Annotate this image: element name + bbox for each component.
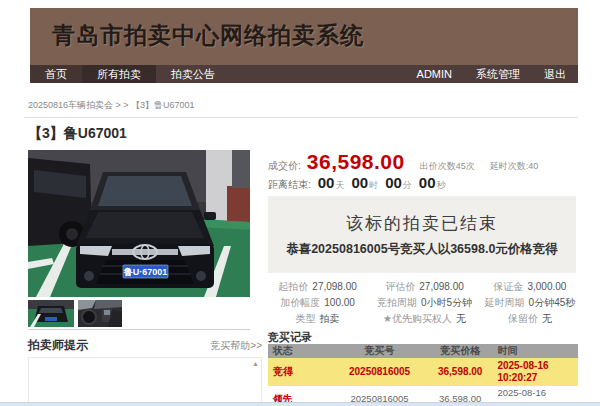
detail-type: 类型拍卖 (268, 312, 367, 328)
bid-bidder: 20250816005 (336, 366, 423, 378)
delay-count: 延时次数:40 (490, 160, 539, 173)
nav-system-management[interactable]: 系统管理 (464, 65, 532, 83)
nav-spacer (230, 65, 405, 83)
countdown-minutes-unit: 分 (403, 179, 412, 192)
left-column: 鲁U·67001 (28, 150, 262, 406)
main-nav: 首页 所有拍卖 拍卖公告 ADMIN 系统管理 退出 (30, 65, 578, 83)
header-bidder: 竞买号 (336, 344, 423, 358)
detail-delay-period: 延时周期0分钟45秒 (482, 296, 578, 312)
bid-table-header: 状态 竞买号 竞买价格 时间 (268, 344, 578, 358)
divider (24, 117, 578, 118)
breadcrumb[interactable]: 20250816车辆拍卖会 > > 【3】鲁U67001 (28, 99, 195, 112)
countdown-seconds: 00 (419, 174, 436, 191)
header-time: 时间 (497, 344, 578, 358)
site-title: 青岛市拍卖中心网络拍卖系统 (52, 20, 364, 51)
bid-help-link[interactable]: 竞买帮助>> (210, 339, 262, 353)
auctioneer-tips-box: ▲ (28, 357, 262, 403)
detail-reserve-price: 保留价无 (482, 312, 578, 328)
final-price-label: 成交价: (268, 159, 301, 173)
content-columns: 鲁U·67001 (28, 150, 578, 406)
thumbnail-car-front[interactable] (28, 300, 74, 327)
countdown-days: 00 (318, 174, 335, 191)
auctioneer-tips-title: 拍卖师提示 (28, 337, 88, 354)
bid-time: 2025-08-16 10:20:27 (497, 360, 578, 384)
scroll-up-icon[interactable]: ▲ (252, 360, 259, 368)
nav-all-auctions[interactable]: 所有拍卖 (82, 65, 156, 83)
detail-appraisal-price: 评估价27,098.00 (367, 280, 482, 296)
bid-row-winner: 竞得 20250816005 36,598.00 2025-08-16 10:2… (268, 358, 578, 387)
thumbnail-strip (28, 300, 262, 327)
site-banner: 青岛市拍卖中心网络拍卖系统 (30, 8, 578, 65)
countdown-label: 距离结束: (268, 178, 311, 192)
car-photo: 鲁U·67001 (28, 150, 250, 297)
bottom-strip (0, 402, 600, 406)
auction-ended-box: 该标的拍卖已结束 恭喜20250816005号竞买人以36598.0元价格竞得 (268, 196, 576, 273)
header-price: 竞买价格 (423, 344, 497, 358)
nav-home[interactable]: 首页 (30, 65, 82, 83)
countdown-hours: 00 (351, 174, 368, 191)
final-price-value: 36,598.00 (307, 150, 405, 174)
nav-auction-notice[interactable]: 拍卖公告 (156, 65, 230, 83)
license-plate-text: 鲁U·67001 (123, 267, 168, 277)
page-title: 【3】鲁U67001 (28, 125, 127, 143)
bid-count: 出价次数45次 (420, 160, 475, 173)
detail-increment: 加价幅度100.00 (268, 296, 367, 312)
bid-price: 36,598.00 (423, 366, 497, 378)
detail-priority-buyer: ★优先购买权人无 (367, 312, 482, 328)
detail-start-price: 起拍价27,098.00 (268, 280, 367, 296)
thumbnail-car-interior[interactable] (78, 300, 122, 327)
winner-announcement: 恭喜20250816005号竞买人以36598.0元价格竞得 (286, 241, 558, 258)
auction-page: 青岛市拍卖中心网络拍卖系统 首页 所有拍卖 拍卖公告 ADMIN 系统管理 退出… (0, 0, 600, 406)
detail-auction-period: 竞拍周期0小时5分钟 (367, 296, 482, 312)
nav-admin-user[interactable]: ADMIN (405, 65, 464, 83)
thumbnail-divider (28, 329, 250, 330)
bid-records-title: 竞买记录 (268, 330, 578, 343)
countdown-hours-unit: 时 (369, 179, 378, 192)
nav-logout[interactable]: 退出 (532, 65, 578, 83)
auction-ended-text: 该标的拍卖已结束 (346, 212, 498, 235)
final-price-row: 成交价: 36,598.00 出价次数45次 延时次数:40 (268, 150, 578, 172)
header-status: 状态 (268, 344, 336, 358)
countdown-row: 距离结束: 00 天 00 时 00 分 00 秒 (268, 174, 578, 192)
lot-details: 起拍价27,098.00 评估价27,098.00 保证金3,000.00 加价… (268, 280, 578, 328)
countdown-seconds-unit: 秒 (437, 179, 446, 192)
bid-status: 竞得 (268, 366, 336, 378)
bid-records-table: 状态 竞买号 竞买价格 时间 竞得 20250816005 36,598.00 … (268, 344, 578, 406)
auctioneer-tips-header: 拍卖师提示 竞买帮助>> (28, 337, 262, 354)
countdown-days-unit: 天 (335, 179, 344, 192)
detail-deposit: 保证金3,000.00 (482, 280, 578, 296)
right-column: 成交价: 36,598.00 出价次数45次 延时次数:40 距离结束: 00 … (268, 150, 578, 406)
countdown-minutes: 00 (385, 174, 402, 191)
